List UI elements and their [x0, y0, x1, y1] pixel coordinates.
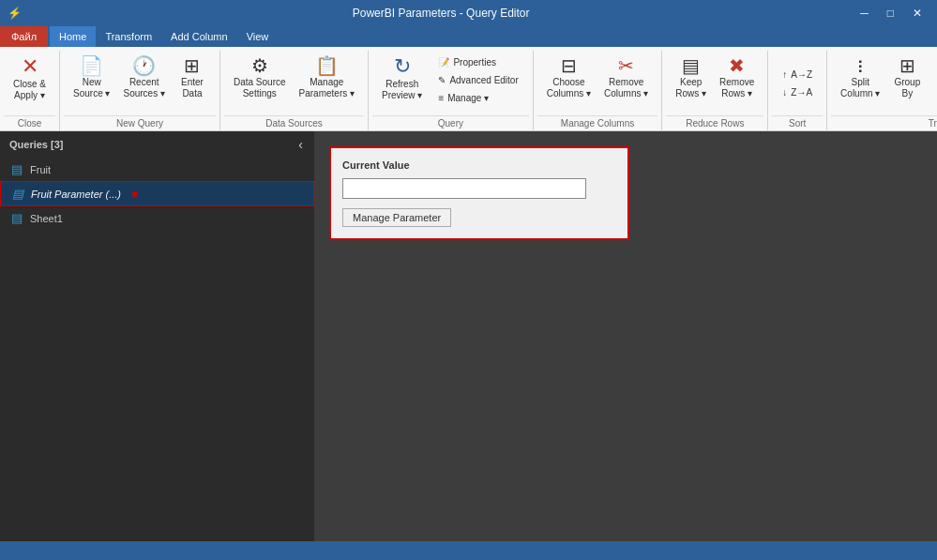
fruit-parameter-label: Fruit Parameter (...)	[31, 189, 121, 200]
keep-rows-label: KeepRows ▾	[675, 77, 706, 99]
data-source-settings-icon: ⚙	[251, 56, 268, 75]
enter-data-label: EnterData	[181, 77, 204, 99]
ribbon-group-reduce-rows: ▤ KeepRows ▾ ✖ RemoveRows ▾ Reduce Rows	[662, 51, 768, 130]
close-window-button[interactable]: ✕	[905, 5, 929, 22]
manage-button[interactable]: ≡ Manage ▾	[431, 90, 524, 106]
keep-rows-button[interactable]: ▤ KeepRows ▾	[670, 53, 712, 103]
sort-desc-button[interactable]: ↓ Z→A	[776, 84, 819, 100]
queries-collapse-button[interactable]: ‹	[296, 137, 305, 152]
data-source-settings-button[interactable]: ⚙ Data SourceSettings	[228, 53, 292, 103]
remove-columns-icon: ✂	[618, 56, 634, 75]
group-by-label: GroupBy	[894, 77, 920, 99]
manage-label: Manage ▾	[447, 93, 489, 103]
refresh-preview-icon: ↻	[394, 56, 411, 77]
queries-title: Queries [3]	[9, 139, 63, 150]
maximize-button[interactable]: □	[880, 5, 901, 22]
fruit-parameter-icon: ▤	[12, 187, 23, 201]
close-apply-label: Close &Apply ▾	[13, 79, 46, 101]
choose-columns-label: ChooseColumns ▾	[547, 77, 591, 99]
main-area: Queries [3] ‹ ▤ Fruit ▤ Fruit Parameter …	[0, 131, 937, 541]
data-type-button[interactable]: 123 Data Type: Any ▾	[932, 54, 937, 70]
sort-asc-icon: ↑	[782, 69, 787, 80]
ribbon-group-manage-columns: ⊟ ChooseColumns ▾ ✂ RemoveColumns ▾ Mana…	[534, 51, 663, 130]
manage-parameters-icon: 📋	[315, 56, 339, 75]
remove-columns-button[interactable]: ✂ RemoveColumns ▾	[598, 53, 654, 103]
keep-rows-icon: ▤	[682, 56, 700, 75]
split-column-button[interactable]: ⫶ SplitColumn ▾	[835, 53, 885, 103]
manage-columns-group-label: Manage Columns	[537, 115, 658, 130]
new-query-group-label: New Query	[64, 115, 216, 130]
advanced-editor-label: Advanced Editor	[449, 75, 518, 85]
split-column-label: SplitColumn ▾	[840, 77, 880, 99]
query-item-fruit-parameter[interactable]: ▤ Fruit Parameter (...)	[0, 181, 314, 206]
sheet1-label: Sheet1	[30, 213, 63, 224]
ribbon: ✕ Close &Apply ▾ Close 📄 NewSource ▾ 🕐 R…	[0, 47, 937, 131]
remove-rows-button[interactable]: ✖ RemoveRows ▾	[714, 53, 760, 103]
query-group-label: Query	[372, 115, 529, 130]
manage-icon: ≡	[438, 93, 444, 103]
menu-transform[interactable]: Transform	[96, 26, 161, 47]
enter-data-icon: ⊞	[184, 56, 200, 75]
new-source-icon: 📄	[80, 56, 103, 75]
query-item-sheet1[interactable]: ▤ Sheet1	[0, 206, 314, 230]
group-by-icon: ⊞	[899, 56, 915, 75]
remove-rows-icon: ✖	[729, 56, 745, 75]
remove-columns-label: RemoveColumns ▾	[604, 77, 648, 99]
recent-sources-label: RecentSources ▾	[123, 77, 164, 99]
enter-data-button[interactable]: ⊞ EnterData	[173, 53, 212, 103]
fruit-label: Fruit	[30, 164, 51, 175]
queries-panel: Queries [3] ‹ ▤ Fruit ▤ Fruit Parameter …	[0, 131, 314, 541]
title-bar-title: PowerBI Parameters - Query Editor	[29, 7, 853, 20]
query-list: ▤ Fruit ▤ Fruit Parameter (...) ▤ Sheet1	[0, 158, 314, 230]
sort-desc-icon: ↓	[782, 87, 787, 98]
close-apply-button[interactable]: ✕ Close &Apply ▾	[8, 53, 52, 105]
sort-desc-label: Z→A	[791, 87, 812, 98]
minimize-button[interactable]: ─	[853, 5, 876, 22]
fruit-parameter-indicator	[132, 191, 138, 197]
menu-view[interactable]: View	[237, 26, 279, 47]
menu-add-column[interactable]: Add Column	[161, 26, 237, 47]
group-by-button[interactable]: ⊞ GroupBy	[887, 53, 927, 103]
sort-asc-button[interactable]: ↑ A→Z	[776, 67, 819, 83]
ribbon-group-data-sources: ⚙ Data SourceSettings 📋 ManageParameters…	[220, 51, 369, 130]
new-source-button[interactable]: 📄 NewSource ▾	[68, 53, 115, 103]
refresh-preview-button[interactable]: ↻ RefreshPreview ▾	[376, 53, 428, 105]
parameter-box: Current Value Manage Parameter	[329, 146, 629, 240]
menu-file[interactable]: Файл	[0, 26, 48, 47]
sort-asc-label: A→Z	[791, 69, 812, 80]
new-source-label: NewSource ▾	[73, 77, 110, 99]
content-panel: Current Value Manage Parameter	[314, 131, 937, 541]
choose-columns-button[interactable]: ⊟ ChooseColumns ▾	[541, 53, 597, 103]
current-value-input[interactable]	[342, 178, 586, 199]
advanced-editor-button[interactable]: ✎ Advanced Editor	[431, 72, 524, 88]
title-bar: ⚡ PowerBI Parameters - Query Editor ─ □ …	[0, 0, 937, 26]
properties-label: Properties	[453, 57, 496, 68]
first-row-headers-button[interactable]: ↑ Use First Row As Headers	[932, 72, 937, 88]
data-source-settings-label: Data SourceSettings	[234, 77, 286, 99]
manage-parameter-label: Manage Parameter	[353, 212, 441, 223]
replace-values-button[interactable]: ⇄ Replace Values	[932, 90, 937, 106]
fruit-icon: ▤	[11, 162, 23, 176]
parameter-box-title: Current Value	[342, 159, 616, 171]
recent-sources-icon: 🕐	[132, 56, 156, 75]
recent-sources-button[interactable]: 🕐 RecentSources ▾	[117, 53, 170, 103]
manage-parameters-button[interactable]: 📋 ManageParameters ▾	[294, 53, 360, 103]
title-bar-icon: ⚡	[8, 7, 22, 20]
sheet1-icon: ▤	[11, 211, 23, 225]
menu-bar: Файл Home Transform Add Column View	[0, 26, 937, 47]
ribbon-group-new-query: 📄 NewSource ▾ 🕐 RecentSources ▾ ⊞ EnterD…	[60, 51, 220, 130]
split-column-icon: ⫶	[855, 56, 865, 75]
title-bar-controls: ─ □ ✕	[853, 5, 929, 22]
ribbon-group-sort: ↑ A→Z ↓ Z→A Sort	[768, 51, 827, 130]
query-item-fruit[interactable]: ▤ Fruit	[0, 158, 314, 181]
data-sources-group-label: Data Sources	[224, 115, 364, 130]
manage-parameter-button[interactable]: Manage Parameter	[342, 208, 451, 227]
menu-home[interactable]: Home	[50, 26, 96, 47]
choose-columns-icon: ⊟	[561, 56, 577, 75]
properties-icon: 📝	[438, 57, 449, 68]
sort-group-label: Sort	[772, 115, 823, 130]
properties-button[interactable]: 📝 Properties	[431, 54, 524, 70]
refresh-preview-label: RefreshPreview ▾	[382, 79, 422, 101]
transform-group-label: Transform	[831, 115, 937, 130]
close-apply-icon: ✕	[22, 56, 38, 77]
